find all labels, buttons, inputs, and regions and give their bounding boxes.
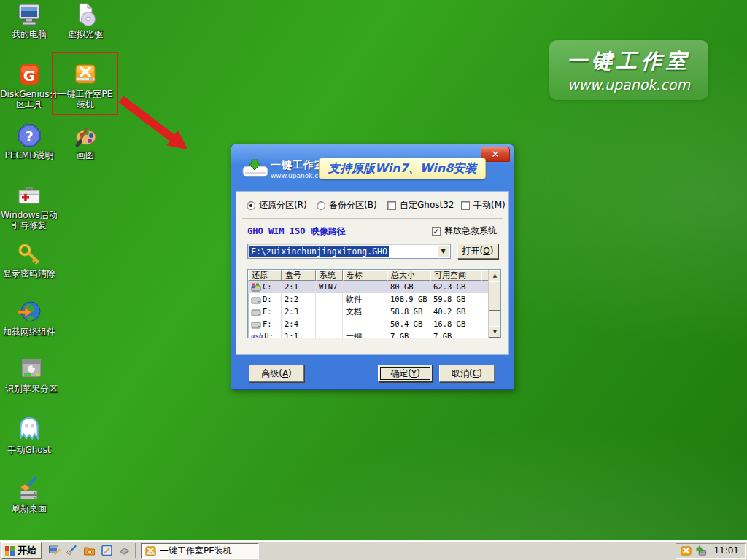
brush-tool-icon[interactable]: [65, 544, 78, 557]
vertical-scrollbar[interactable]: ▲ ▼: [488, 270, 500, 338]
tray-clock: 11:01: [711, 545, 739, 556]
checkbox-empty-icon: [461, 201, 470, 210]
scrollbar-thumb[interactable]: [489, 281, 501, 311]
checkbox-empty-icon: [387, 201, 396, 210]
taskbar: 开始 一键工作室PE: [0, 540, 747, 560]
scroll-down-icon[interactable]: ▼: [489, 326, 501, 338]
image-path-combobox[interactable]: F:\zuixinchunjingxitong.GHO ▼: [247, 244, 451, 259]
paint-icon: [72, 122, 98, 149]
desktop-icon-password-clear[interactable]: 登录密码清除: [0, 242, 58, 279]
desktop-icon-boot-repair[interactable]: Windows启动引导修复: [0, 184, 58, 230]
start-logo-icon: [5, 546, 15, 556]
open-button[interactable]: 打开(O): [457, 244, 498, 259]
windows-drive-icon: [251, 283, 261, 292]
ok-button[interactable]: 确定(Y): [378, 365, 433, 382]
checkbox-rescue-system[interactable]: ✓ 释放急救系统: [432, 225, 497, 237]
desktop-icon-label: 手动Ghost: [0, 445, 58, 455]
checkbox-custom-ghost32[interactable]: 自定Ghost32: [387, 199, 454, 211]
key-icon: [16, 242, 42, 267]
tray-eject-icon[interactable]: [695, 545, 707, 556]
separator: [242, 218, 503, 219]
desktop-icon-label: 识别苹果分区: [0, 384, 63, 394]
desktop-icon-label: DiskGenius分区工具: [0, 89, 58, 109]
option-label: 备份分区(B): [329, 199, 377, 211]
desktop-icon-virtual-cdrom[interactable]: 虚拟光驱: [54, 3, 117, 39]
desktop-icon-manual-ghost[interactable]: 手动Ghost: [0, 416, 58, 455]
drive-icon: [251, 295, 261, 304]
svg-text:G: G: [23, 67, 35, 85]
scroll-up-icon[interactable]: ▲: [489, 270, 501, 281]
advanced-button[interactable]: 高级(A): [249, 365, 304, 382]
diskgenius-icon: G: [16, 61, 42, 88]
desktop-icon-my-computer[interactable]: 我的电脑: [1, 3, 57, 39]
pe-installer-icon: [145, 545, 156, 556]
mode-options-row: 还原分区(R) 备份分区(B) 自定Ghost32 手动(M): [236, 199, 508, 212]
image-path-value: F:\zuixinchunjingxitong.GHO: [249, 246, 389, 257]
col-system[interactable]: 系统: [316, 270, 343, 281]
table-header-row: 还原 盘号 系统 卷标 总大小 可用空间: [248, 270, 500, 281]
file-explorer-icon[interactable]: [82, 544, 96, 557]
my-computer-icon: [16, 3, 42, 28]
col-disk-num[interactable]: 盘号: [282, 270, 316, 281]
globe-arrow-icon: [16, 299, 42, 325]
desktop-icon-label: Windows启动引导修复: [0, 210, 58, 230]
desktop-icon-pecmd-help[interactable]: ? PECMD说明: [1, 122, 57, 160]
table-row-f[interactable]: F: 2:4 50.4 GB 16.8 GB: [248, 318, 500, 330]
desktop-icon-network-components[interactable]: 加载网络组件: [0, 299, 58, 337]
red-annotation-arrow: [115, 92, 203, 161]
checkbox-manual[interactable]: 手动(M): [461, 199, 506, 211]
watermark-badge: 一键工作室 www.upanok.com: [549, 40, 708, 100]
drive-icon: [251, 320, 261, 329]
table-row-c[interactable]: C: 2:1 WIN7 80 GB 62.3 GB: [248, 281, 500, 293]
red-highlight-box: [52, 52, 118, 115]
partition-table: 还原 盘号 系统 卷标 总大小 可用空间 C: 2:1 WIN7 80 GB 6…: [247, 269, 501, 338]
drive-icon: [251, 308, 261, 316]
tray-pe-icon[interactable]: [681, 545, 692, 556]
quick-launch: [47, 544, 131, 557]
start-label: 开始: [18, 544, 36, 557]
radio-on-icon: [247, 201, 255, 210]
taskbar-task-button[interactable]: 一键工作室PE装机: [141, 543, 259, 559]
first-aid-kit-icon: [16, 184, 42, 209]
checkbox-checked-icon: ✓: [432, 227, 441, 236]
watermark-title: 一键工作室: [549, 47, 708, 75]
storage-device-icon[interactable]: [117, 544, 131, 557]
ghost-icon: [15, 416, 43, 443]
taskbar-separator: [135, 543, 136, 558]
edit-capture-icon[interactable]: [100, 544, 113, 557]
desktop-icon-label: PECMD说明: [1, 150, 57, 160]
system-tray: 11:01: [676, 543, 746, 559]
col-free-space[interactable]: 可用空间: [430, 270, 481, 281]
radio-off-icon: [317, 201, 325, 210]
desktop-icon-paint[interactable]: 画图: [54, 122, 117, 160]
rescue-label: 释放急救系统: [444, 225, 497, 237]
cancel-button[interactable]: 取消(C): [439, 365, 495, 382]
desktop-icon-diskgenius[interactable]: G DiskGenius分区工具: [0, 61, 58, 109]
table-row-usb[interactable]: usbU: 1:1 一键 7 GB 7 GB: [248, 330, 500, 338]
desktop: 我的电脑 虚拟光驱 G DiskGenius分区工具 一键工作室PE装机: [0, 0, 747, 560]
dialog-header: 一键工作室 www.upanok.com 支持原版Win7、Win8安装: [231, 144, 514, 191]
option-label: 自定Ghost32: [400, 199, 454, 211]
radio-backup-partition[interactable]: 备份分区(B): [317, 199, 377, 211]
dialog-body: 还原分区(R) 备份分区(B) 自定Ghost32 手动(M) GHO WIM …: [236, 191, 509, 355]
option-label: 还原分区(R): [259, 199, 307, 211]
radio-restore-partition[interactable]: 还原分区(R): [247, 199, 307, 211]
refresh-brush-icon: [16, 475, 42, 502]
col-volume-label[interactable]: 卷标: [343, 270, 387, 281]
image-path-label: GHO WIM ISO 映像路径: [247, 225, 346, 238]
desktop-icon-label: 画图: [54, 150, 117, 160]
show-desktop-icon[interactable]: [47, 544, 61, 557]
brand-logo-icon: [241, 158, 269, 179]
desktop-icon-apple-partition[interactable]: 识别苹果分区: [0, 356, 63, 394]
desktop-icon-label: 加载网络组件: [0, 327, 58, 337]
chevron-down-icon[interactable]: ▼: [437, 245, 449, 257]
col-total-size[interactable]: 总大小: [387, 270, 430, 281]
col-restore[interactable]: 还原: [248, 270, 282, 281]
option-label: 手动(M): [473, 199, 506, 211]
table-row-d[interactable]: D: 2:2 软件 108.9 GB 59.8 GB: [248, 293, 500, 306]
table-row-e[interactable]: E: 2:3 文档 58.8 GB 40.2 GB: [248, 306, 500, 318]
start-button[interactable]: 开始: [1, 542, 42, 559]
watermark-url: www.upanok.com: [549, 77, 708, 93]
svg-text:?: ?: [25, 128, 34, 145]
desktop-icon-refresh-desktop[interactable]: 刷新桌面: [0, 475, 58, 513]
